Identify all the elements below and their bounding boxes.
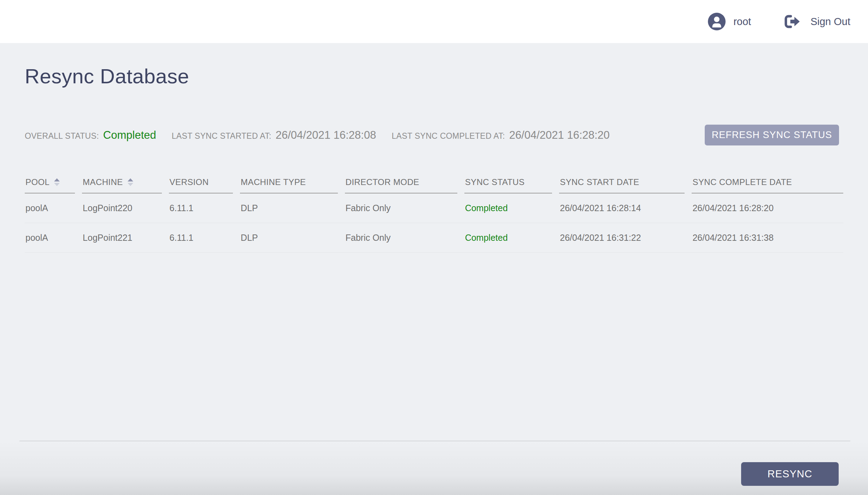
column-label: SYNC STATUS — [465, 177, 525, 187]
column-label: POOL — [25, 177, 49, 187]
column-header-director-mode: DIRECTOR MODE — [345, 175, 464, 193]
overall-status-label: OVERALL STATUS: — [25, 131, 99, 141]
cell-machine-type: DLP — [240, 193, 345, 223]
table-body: poolALogPoint2206.11.1DLPFabric OnlyComp… — [25, 193, 843, 253]
sort-icon[interactable] — [128, 178, 133, 186]
cell-director-mode: Fabric Only — [345, 223, 464, 253]
cell-sync-complete-date: 26/04/2021 16:31:38 — [692, 223, 843, 253]
column-label: SYNC START DATE — [560, 177, 639, 187]
top-bar: root Sign Out — [0, 0, 868, 43]
cell-sync-start-date: 26/04/2021 16:31:22 — [559, 223, 692, 253]
table-header-row: POOLMACHINEVERSIONMACHINE TYPEDIRECTOR M… — [25, 175, 843, 193]
table-row: poolALogPoint2206.11.1DLPFabric OnlyComp… — [25, 193, 843, 223]
last-sync-completed-label: LAST SYNC COMPLETED AT: — [392, 131, 505, 141]
cell-pool: poolA — [25, 193, 82, 223]
cell-version: 6.11.1 — [169, 223, 240, 253]
last-sync-completed-value: 26/04/2021 16:28:20 — [509, 129, 610, 142]
status-items: OVERALL STATUS: Completed LAST SYNC STAR… — [25, 129, 625, 142]
column-header-pool[interactable]: POOL — [25, 175, 82, 193]
overall-status-value: Completed — [103, 129, 156, 142]
sign-out-label: Sign Out — [810, 16, 850, 28]
column-label: DIRECTOR MODE — [346, 177, 420, 187]
resync-database-page: root Sign Out Resync Database OVERALL ST… — [0, 0, 868, 495]
cell-director-mode: Fabric Only — [345, 193, 464, 223]
username-label: root — [733, 16, 751, 28]
last-sync-started-value: 26/04/2021 16:28:08 — [276, 129, 376, 142]
cell-sync-status: Completed — [464, 193, 559, 223]
user-area: root Sign Out — [708, 13, 850, 30]
column-label: SYNC COMPLETE DATE — [692, 177, 792, 187]
cell-sync-status: Completed — [464, 223, 559, 253]
user-avatar-icon — [708, 13, 726, 30]
sign-out-button[interactable]: Sign Out — [784, 14, 850, 29]
sort-icon[interactable] — [54, 178, 60, 186]
sync-status-table: POOLMACHINEVERSIONMACHINE TYPEDIRECTOR M… — [25, 175, 843, 253]
cell-version: 6.11.1 — [169, 193, 240, 223]
column-header-machine-type: MACHINE TYPE — [240, 175, 345, 193]
main-content: Resync Database OVERALL STATUS: Complete… — [0, 43, 868, 441]
cell-machine: LogPoint220 — [82, 193, 169, 223]
status-row: OVERALL STATUS: Completed LAST SYNC STAR… — [25, 125, 843, 145]
column-label: VERSION — [170, 177, 209, 187]
column-header-version: VERSION — [169, 175, 240, 193]
cell-machine: LogPoint221 — [82, 223, 169, 253]
column-header-sync-start-date: SYNC START DATE — [559, 175, 692, 193]
column-label: MACHINE TYPE — [241, 177, 306, 187]
column-header-sync-status: SYNC STATUS — [464, 175, 559, 193]
column-label: MACHINE — [83, 177, 123, 187]
footer-gradient — [0, 441, 868, 495]
last-sync-started-label: LAST SYNC STARTED AT: — [172, 131, 271, 141]
table-row: poolALogPoint2216.11.1DLPFabric OnlyComp… — [25, 223, 843, 253]
refresh-sync-status-button[interactable]: REFRESH SYNC STATUS — [705, 125, 839, 145]
cell-pool: poolA — [25, 223, 82, 253]
page-title: Resync Database — [25, 64, 843, 88]
cell-sync-complete-date: 26/04/2021 16:28:20 — [692, 193, 843, 223]
cell-machine-type: DLP — [240, 223, 345, 253]
cell-sync-start-date: 26/04/2021 16:28:14 — [559, 193, 692, 223]
footer-bar: RESYNC — [19, 441, 850, 495]
sign-out-icon — [784, 14, 800, 29]
column-header-sync-complete-date: SYNC COMPLETE DATE — [692, 175, 843, 193]
resync-button[interactable]: RESYNC — [741, 462, 839, 486]
column-header-machine[interactable]: MACHINE — [82, 175, 169, 193]
